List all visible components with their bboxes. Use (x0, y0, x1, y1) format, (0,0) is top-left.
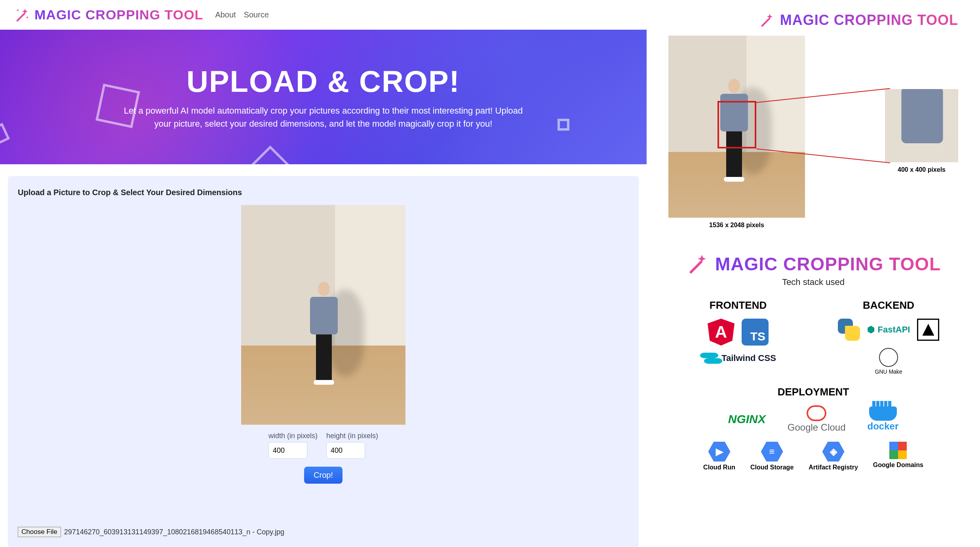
demo-cropped-image (885, 89, 958, 162)
stack-title: MAGIC CROPPING TOOL (715, 253, 941, 275)
hero-banner: UPLOAD & CROP! Let a powerful AI model a… (0, 30, 647, 164)
cloud-storage-icon: ≡Cloud Storage (750, 442, 794, 471)
deployment-row: NGINX Google Cloud docker (668, 405, 958, 433)
nav-about[interactable]: About (215, 10, 236, 19)
right-header-title: MAGIC CROPPING TOOL (780, 12, 958, 28)
height-input[interactable] (326, 442, 365, 459)
docker-icon: docker (868, 406, 899, 432)
selected-filename: 297146270_603913131149397_10802168194685… (64, 528, 284, 536)
demo-original-image (668, 36, 805, 218)
upload-card: Upload a Picture to Crop & Select Your D… (8, 176, 639, 547)
card-title: Upload a Picture to Crop & Select Your D… (18, 188, 629, 197)
backend-col: BACKEND ⬢ FastAPI GNU Make (835, 299, 942, 375)
demo-cropped-caption: 400 x 400 pixels (885, 166, 958, 173)
wand-icon (759, 12, 774, 28)
gnumake-icon: GNU Make (875, 348, 902, 375)
gcloud-icon: Google Cloud (788, 405, 846, 433)
hero-subtext: Let a powerful AI model automatically cr… (116, 104, 531, 130)
wand-icon (14, 7, 30, 23)
cloud-run-icon: ▶Cloud Run (703, 442, 735, 471)
decoration-square (0, 123, 10, 146)
svg-point-0 (17, 9, 19, 11)
app-logo[interactable]: MAGIC CROPPING TOOL (14, 7, 203, 23)
image-preview (241, 205, 405, 425)
svg-point-1 (27, 17, 28, 18)
frontend-col: FRONTEND A TS Tailwind CSS (685, 299, 792, 375)
onnx-icon (917, 319, 939, 341)
stack-header: MAGIC CROPPING TOOL (668, 253, 958, 275)
decoration-square (246, 145, 294, 164)
crop-demo: 1536 x 2048 pixels 400 x 400 pixels (668, 36, 958, 229)
typescript-icon: TS (742, 319, 769, 346)
hero-headline: UPLOAD & CROP! (186, 64, 460, 99)
choose-file-button[interactable]: Choose File (18, 527, 61, 537)
frontend-heading: FRONTEND (685, 299, 792, 311)
navbar: MAGIC CROPPING TOOL About Source (0, 0, 647, 30)
right-header-logo: MAGIC CROPPING TOOL (668, 12, 958, 28)
artifact-registry-icon: ◈Artifact Registry (809, 442, 858, 471)
app-title: MAGIC CROPPING TOOL (34, 7, 203, 23)
tailwind-icon: Tailwind CSS (700, 353, 776, 364)
stack-subtitle: Tech stack used (668, 277, 958, 287)
width-input[interactable] (268, 442, 307, 459)
height-label: height (in pixels) (326, 432, 378, 440)
google-domains-icon: Google Domains (873, 442, 923, 471)
fastapi-icon: ⬢ FastAPI (867, 325, 910, 335)
decoration-square (558, 119, 569, 131)
gcp-services-row: ▶Cloud Run ≡Cloud Storage ◈Artifact Regi… (668, 442, 958, 471)
crop-rectangle-overlay (717, 101, 756, 148)
python-icon (838, 319, 860, 341)
angular-icon: A (708, 319, 735, 346)
demo-original-caption: 1536 x 2048 pixels (668, 222, 805, 229)
nginx-icon: NGINX (728, 412, 766, 426)
nav-source[interactable]: Source (244, 10, 269, 19)
crop-button[interactable]: Crop! (304, 467, 343, 484)
deployment-heading: DEPLOYMENT (668, 386, 958, 398)
backend-heading: BACKEND (835, 299, 942, 311)
width-label: width (in pixels) (268, 432, 318, 440)
wand-icon (686, 253, 709, 275)
